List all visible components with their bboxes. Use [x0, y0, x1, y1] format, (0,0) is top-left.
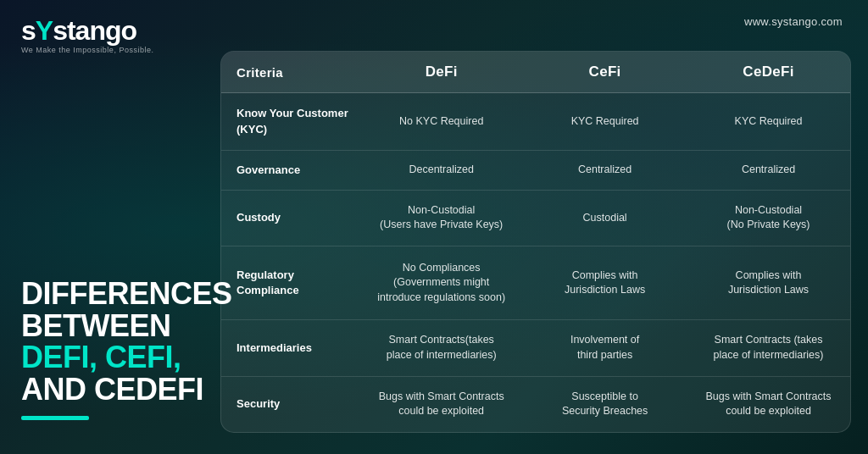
left-panel: sYstango We Make the Impossible, Possibl… — [0, 0, 229, 454]
cell-defi-1: Decentralized — [359, 151, 523, 190]
table-header-row: Criteria DeFi CeFi CeDeFi — [221, 52, 850, 93]
logo-area: sYstango We Make the Impossible, Possibl… — [21, 17, 208, 54]
table-row: CustodyNon-Custodial (Users have Private… — [221, 190, 850, 246]
cell-cefi-3: Complies with Jurisdiction Laws — [523, 246, 687, 319]
main-heading: DIFFERENCES BETWEEN DEFI, CEFI, AND CEDE… — [21, 278, 208, 420]
table-row: SecurityBugs with Smart Contracts could … — [221, 376, 850, 432]
logo-Y: Y — [36, 15, 53, 46]
logo-tagline: We Make the Impossible, Possible. — [21, 46, 208, 54]
logo: sYstango — [21, 17, 208, 44]
table-row: IntermediariesSmart Contracts(takes plac… — [221, 320, 850, 376]
cell-defi-3: No Compliances (Governments might introd… — [359, 246, 523, 319]
cell-cedefi-0: KYC Required — [687, 93, 850, 151]
heading-line4: AND CEDEFI — [21, 374, 208, 406]
header-defi: DeFi — [359, 52, 523, 93]
cell-criteria-5: Security — [221, 376, 359, 432]
cell-cedefi-2: Non-Custodial (No Private Keys) — [687, 190, 850, 246]
cell-defi-5: Bugs with Smart Contracts could be explo… — [359, 376, 523, 432]
accent-bar — [21, 416, 89, 420]
cell-cefi-5: Susceptible to Security Breaches — [523, 376, 687, 432]
table-row: Regulatory ComplianceNo Compliances (Gov… — [221, 246, 850, 319]
logo-tango: tango — [67, 15, 136, 46]
header-cefi: CeFi — [523, 52, 687, 93]
header-criteria: Criteria — [221, 52, 359, 93]
cell-cefi-0: KYC Required — [523, 93, 687, 151]
cell-cedefi-1: Centralized — [687, 151, 850, 190]
cell-criteria-0: Know Your Customer (KYC) — [221, 93, 359, 151]
cell-defi-4: Smart Contracts(takes place of intermedi… — [359, 320, 523, 376]
cell-cedefi-3: Complies with Jurisdiction Laws — [687, 246, 850, 319]
cell-cedefi-4: Smart Contracts (takes place of intermed… — [687, 320, 850, 376]
cell-criteria-2: Custody — [221, 190, 359, 246]
comparison-table: Criteria DeFi CeFi CeDeFi Know Your Cust… — [221, 52, 850, 432]
table-row: Know Your Customer (KYC)No KYC RequiredK… — [221, 93, 850, 151]
cell-criteria-1: Governance — [221, 151, 359, 190]
logo-s2: s — [53, 15, 67, 46]
heading-line1: DIFFERENCES — [21, 278, 208, 310]
cell-defi-2: Non-Custodial (Users have Private Keys) — [359, 190, 523, 246]
heading-line3: DEFI, CEFI, — [21, 341, 208, 374]
cell-cefi-4: Involvement of third parties — [523, 320, 687, 376]
cell-criteria-3: Regulatory Compliance — [221, 246, 359, 319]
website-url: www.systango.com — [744, 15, 843, 28]
heading-line2: BETWEEN — [21, 310, 208, 342]
cell-defi-0: No KYC Required — [359, 93, 523, 151]
cell-cedefi-5: Bugs with Smart Contracts could be explo… — [687, 376, 850, 432]
logo-s1: s — [21, 15, 36, 46]
cell-cefi-2: Custodial — [523, 190, 687, 246]
cell-cefi-1: Centralized — [523, 151, 687, 190]
table-row: GovernanceDecentralizedCentralizedCentra… — [221, 151, 850, 190]
comparison-table-container: Criteria DeFi CeFi CeDeFi Know Your Cust… — [220, 51, 851, 433]
header-cedefi: CeDeFi — [687, 52, 850, 93]
cell-criteria-4: Intermediaries — [221, 320, 359, 376]
